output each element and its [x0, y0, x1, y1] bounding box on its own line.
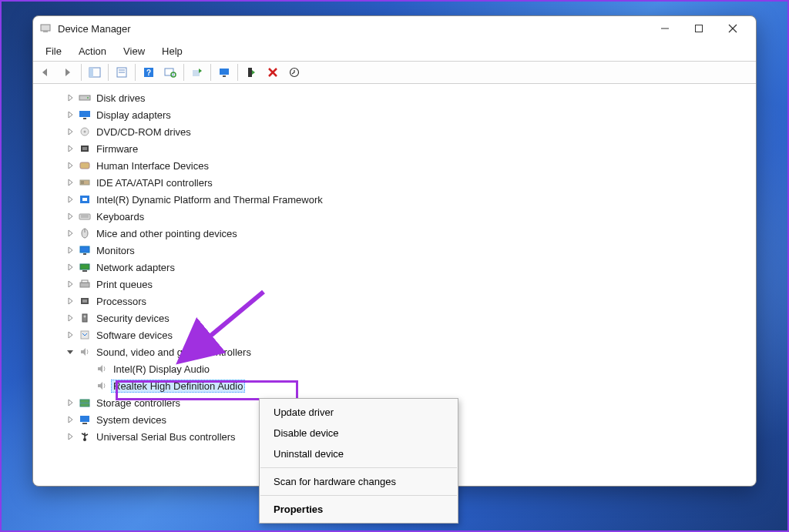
svg-point-50 [84, 316, 86, 318]
chevron-right-icon[interactable] [65, 160, 76, 171]
tree-item[interactable]: Keyboards [42, 208, 754, 225]
tree-item[interactable]: Sound, video and game controllers [42, 343, 754, 360]
tree-item[interactable]: Monitors [42, 242, 754, 259]
svg-rect-0 [41, 25, 50, 31]
svg-rect-3 [696, 25, 703, 32]
chevron-down-icon[interactable] [65, 346, 76, 357]
chevron-right-icon[interactable] [65, 177, 76, 188]
svg-rect-29 [82, 147, 87, 150]
menubar: File Action View Help [33, 41, 756, 61]
menu-view[interactable]: View [116, 44, 153, 59]
tree-item-label: Universal Serial Bus controllers [94, 430, 238, 443]
chevron-right-icon[interactable] [65, 431, 76, 442]
tree-item[interactable]: Human Interface Devices [42, 157, 754, 174]
tree-item[interactable]: Disk drives [42, 89, 754, 106]
tree-item[interactable]: Software devices [42, 326, 754, 343]
tree-item[interactable]: Realtek High Definition Audio [42, 377, 754, 394]
monitor-icon [79, 244, 91, 256]
chevron-right-icon[interactable] [65, 397, 76, 408]
menu-separator [260, 495, 457, 496]
context-menu: Update driver Disable device Uninstall d… [259, 398, 458, 524]
tree-item[interactable]: Display adapters [42, 106, 754, 123]
chevron-right-icon[interactable] [65, 414, 76, 425]
show-hide-tree-button[interactable] [85, 63, 105, 82]
chevron-right-icon[interactable] [65, 92, 76, 103]
tree-item[interactable]: Intel(R) Display Audio [42, 360, 754, 377]
printer-icon [79, 278, 91, 290]
properties-button[interactable] [112, 63, 132, 82]
chevron-right-icon[interactable] [65, 143, 76, 154]
chevron-right-icon[interactable] [65, 313, 76, 323]
tree-item[interactable]: Mice and other pointing devices [42, 225, 754, 242]
chevron-right-icon[interactable] [65, 109, 76, 120]
menu-uninstall-device[interactable]: Uninstall device [260, 443, 458, 464]
disable-button[interactable] [241, 63, 261, 82]
help-button[interactable]: ? [139, 63, 159, 82]
chevron-right-icon[interactable] [65, 211, 76, 222]
enable-button[interactable] [284, 63, 304, 82]
menu-separator [260, 467, 457, 468]
tree-item[interactable]: Firmware [42, 140, 754, 157]
maximize-button[interactable] [682, 17, 716, 40]
menu-properties[interactable]: Properties [260, 499, 458, 520]
tree-item-label: Keyboards [94, 210, 146, 223]
uninstall-button[interactable] [263, 63, 283, 82]
minimize-button[interactable] [648, 17, 682, 40]
tree-item[interactable]: Network adapters [42, 259, 754, 276]
svg-rect-48 [82, 299, 87, 303]
menu-update-driver[interactable]: Update driver [260, 402, 458, 423]
menu-file[interactable]: File [38, 44, 69, 59]
svg-rect-24 [79, 111, 90, 117]
svg-point-27 [84, 131, 86, 133]
forward-button[interactable] [58, 63, 78, 82]
back-button[interactable] [36, 63, 56, 82]
chevron-right-icon[interactable] [65, 279, 76, 289]
monitor-button[interactable] [214, 63, 234, 82]
tree-item-label: Security devices [94, 312, 172, 325]
chevron-right-icon[interactable] [65, 194, 76, 205]
firmware-icon [79, 142, 91, 155]
scan-button[interactable] [160, 63, 180, 82]
tree-item-label: Sound, video and game controllers [94, 346, 253, 359]
chevron-right-icon[interactable] [65, 126, 76, 137]
menu-scan-hardware[interactable]: Scan for hardware changes [260, 471, 458, 492]
svg-rect-13 [165, 69, 173, 75]
update-driver-button[interactable] [187, 63, 207, 82]
tree-item[interactable]: Processors [42, 293, 754, 309]
tree-item-label: Monitors [94, 244, 137, 257]
tree-item[interactable]: Security devices [42, 309, 754, 326]
keyboard-icon [79, 210, 91, 223]
menu-disable-device[interactable]: Disable device [260, 423, 458, 443]
chevron-right-icon[interactable] [65, 245, 76, 256]
tree-item[interactable]: IDE ATA/ATAPI controllers [42, 174, 754, 191]
svg-rect-51 [81, 331, 89, 339]
tree-item-label: IDE ATA/ATAPI controllers [94, 176, 215, 189]
chevron-right-icon[interactable] [65, 228, 76, 239]
svg-rect-44 [82, 270, 87, 272]
svg-rect-45 [80, 283, 89, 287]
ide-icon [79, 176, 91, 189]
toolbar: ? [33, 61, 756, 84]
hid-icon [79, 159, 91, 172]
tree-item-label: Network adapters [94, 261, 177, 274]
tree-item-label: System devices [94, 413, 169, 427]
tree-item-label: Print queues [94, 278, 155, 291]
close-button[interactable] [716, 17, 750, 40]
svg-rect-1 [43, 31, 48, 32]
tree-item-label: Disk drives [94, 92, 148, 105]
chevron-right-icon[interactable] [65, 296, 76, 306]
dvd-icon [79, 125, 91, 138]
display-icon [79, 109, 91, 121]
software-icon [79, 329, 91, 341]
tree-item[interactable]: DVD/CD-ROM drives [42, 123, 754, 140]
usb-icon [79, 430, 91, 443]
menu-action[interactable]: Action [71, 44, 114, 59]
tree-item-label: Display adapters [94, 109, 173, 122]
tree-item[interactable]: Intel(R) Dynamic Platform and Thermal Fr… [42, 191, 754, 208]
menu-help[interactable]: Help [154, 44, 190, 59]
tree-item[interactable]: Print queues [42, 276, 754, 293]
svg-rect-52 [80, 400, 89, 403]
chevron-right-icon[interactable] [65, 330, 76, 340]
chevron-right-icon[interactable] [65, 262, 76, 273]
chevron-right-icon [82, 380, 92, 391]
